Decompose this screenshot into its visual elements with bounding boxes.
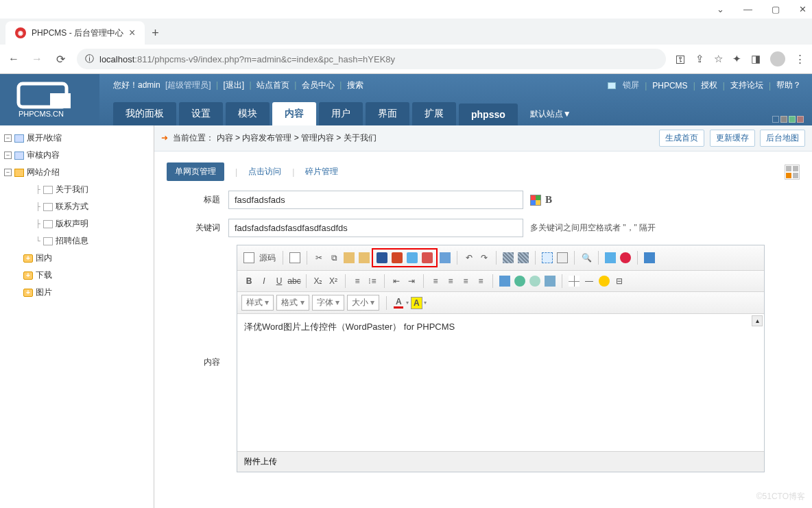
tree-about-us[interactable]: ├关于我们	[3, 181, 151, 198]
color-picker-icon[interactable]	[530, 195, 541, 206]
underline-icon[interactable]: U	[272, 274, 287, 289]
browser-tab[interactable]: ◉ PHPCMS - 后台管理中心 ×	[5, 21, 145, 45]
paste-icon[interactable]	[342, 250, 357, 265]
update-cache-button[interactable]: 更新缓存	[710, 130, 755, 147]
key-icon[interactable]: ⚿	[676, 53, 686, 65]
font-select[interactable]: 字体	[312, 295, 344, 311]
redo-icon[interactable]: ↷	[477, 250, 492, 265]
print-icon[interactable]	[438, 250, 453, 265]
car-icon[interactable]	[497, 274, 512, 289]
attachment-bar[interactable]: 附件上传	[237, 451, 764, 472]
unlink-icon[interactable]	[527, 274, 542, 289]
size-select[interactable]: 大小	[347, 295, 379, 311]
help-link[interactable]: 帮助？	[776, 80, 801, 91]
undo-icon[interactable]: ↶	[462, 250, 477, 265]
style-select[interactable]: 样式	[241, 295, 274, 311]
nav-tab-content[interactable]: 内容	[272, 102, 316, 125]
nav-tab-user[interactable]: 用户	[319, 102, 363, 125]
bold-icon[interactable]: B	[241, 274, 256, 289]
tab-close-icon[interactable]: ×	[129, 27, 135, 39]
chevron-down-icon[interactable]: ⌄	[717, 4, 724, 14]
tree-audit-content[interactable]: −审核内容	[3, 147, 151, 164]
font-color-icon[interactable]: A	[391, 295, 406, 311]
new-page-icon[interactable]	[287, 250, 302, 265]
extensions-icon[interactable]: ✦	[732, 53, 741, 65]
url-input[interactable]: ⓘ localhost:811/phpcms-v9/index.php?m=ad…	[77, 49, 666, 69]
subtab-single-page[interactable]: 单网页管理	[167, 162, 224, 181]
back-icon[interactable]: ←	[7, 53, 21, 65]
forward-icon[interactable]: →	[30, 53, 44, 65]
share-icon[interactable]: ⇪	[695, 53, 704, 65]
hr-icon[interactable]: —	[582, 274, 597, 289]
replace-icon[interactable]	[516, 250, 531, 265]
image-icon[interactable]	[603, 250, 618, 265]
search-link[interactable]: 搜索	[347, 80, 363, 90]
nav-tab-interface[interactable]: 界面	[366, 102, 409, 125]
tree-expand-collapse[interactable]: −展开/收缩	[3, 130, 151, 147]
italic-icon[interactable]: I	[256, 274, 272, 289]
logout-link[interactable]: [退出]	[224, 80, 245, 90]
pagebreak-icon[interactable]: ⊟	[612, 274, 627, 289]
indent-icon[interactable]: ⇥	[404, 274, 419, 289]
highlight-color-icon[interactable]: A	[409, 295, 424, 311]
tree-copyright[interactable]: ├版权声明	[3, 215, 151, 232]
remove-format-icon[interactable]	[555, 250, 570, 265]
license-link[interactable]: 授权	[701, 80, 717, 91]
nav-tab-dashboard[interactable]: 我的面板	[113, 102, 176, 125]
superscript-icon[interactable]: X²	[326, 274, 341, 289]
image-upload-icon[interactable]	[405, 250, 420, 265]
sidepanel-icon[interactable]: ◨	[751, 53, 761, 65]
align-center-icon[interactable]: ≡	[443, 274, 458, 289]
bookmark-icon[interactable]: ☆	[714, 53, 723, 65]
keyword-input[interactable]	[228, 219, 523, 237]
subtab-visit-link[interactable]: 点击访问	[248, 166, 281, 178]
pdf-icon[interactable]	[420, 250, 435, 265]
minimize-icon[interactable]: —	[743, 4, 752, 14]
view-grid-icon[interactable]	[785, 165, 800, 180]
align-left-icon[interactable]: ≡	[428, 274, 443, 289]
tree-pictures[interactable]: +图片	[3, 284, 151, 301]
subscript-icon[interactable]: X₂	[311, 274, 326, 289]
site-info-icon[interactable]: ⓘ	[85, 53, 94, 65]
title-input[interactable]	[228, 191, 523, 209]
preview-icon[interactable]: 🔍	[579, 250, 594, 265]
subtab-fragment[interactable]: 碎片管理	[305, 166, 338, 178]
nav-tab-module[interactable]: 模块	[226, 102, 270, 125]
copy-icon[interactable]: ⧉	[326, 250, 342, 265]
site-home-link[interactable]: 站点首页	[256, 80, 289, 90]
media-icon[interactable]	[642, 250, 657, 265]
logo[interactable]: PHPCMS.CN	[0, 74, 99, 125]
profile-icon[interactable]	[770, 51, 785, 66]
generate-home-button[interactable]: 生成首页	[659, 130, 704, 147]
editor-body[interactable]: ▴ 泽优Word图片上传控件（WordPaster） for PHPCMS	[237, 314, 764, 451]
maximize-icon[interactable]: ▢	[772, 4, 780, 14]
tree-download[interactable]: +下载	[3, 267, 151, 284]
reload-icon[interactable]: ⟳	[53, 53, 67, 66]
bullet-list-icon[interactable]: ⁝≡	[365, 274, 380, 289]
outdent-icon[interactable]: ⇤	[389, 274, 404, 289]
align-right-icon[interactable]: ≡	[458, 274, 473, 289]
scroll-up-icon[interactable]: ▴	[752, 315, 763, 326]
cut-icon[interactable]: ✂	[311, 250, 326, 265]
anchor-icon[interactable]	[542, 274, 558, 289]
flash-icon[interactable]	[618, 250, 633, 265]
lock-screen-link[interactable]: 锁屏	[623, 80, 639, 91]
strikethrough-icon[interactable]: abc	[287, 274, 302, 289]
tree-contact[interactable]: ├联系方式	[3, 198, 151, 215]
nav-tab-settings[interactable]: 设置	[179, 102, 223, 125]
numbered-list-icon[interactable]: ≡	[350, 274, 365, 289]
member-center-link[interactable]: 会员中心	[302, 80, 335, 90]
word-icon[interactable]	[374, 250, 390, 265]
admin-map-button[interactable]: 后台地图	[760, 130, 805, 147]
nav-tab-phpsso[interactable]: phpsso	[459, 104, 518, 125]
close-icon[interactable]: ✕	[799, 4, 807, 14]
find-icon[interactable]	[501, 250, 516, 265]
menu-icon[interactable]: ⋮	[795, 53, 805, 65]
bold-toggle-icon[interactable]: B	[545, 194, 552, 206]
theme-color-chips[interactable]	[772, 116, 804, 123]
phpcms-link[interactable]: PHPCMS	[652, 81, 687, 90]
forum-link[interactable]: 支持论坛	[730, 80, 763, 91]
source-button[interactable]: 源码	[256, 252, 278, 264]
tree-domestic[interactable]: +国内	[3, 250, 151, 267]
link-icon[interactable]	[512, 274, 527, 289]
